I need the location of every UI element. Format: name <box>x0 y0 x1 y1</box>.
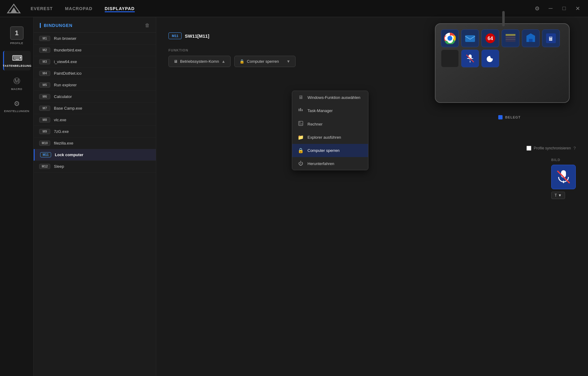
key-badge-m12: M12 <box>39 164 50 169</box>
key-badge-m10: M10 <box>39 141 50 146</box>
binding-name-m2: thunderbird.exe <box>54 48 81 52</box>
dropdown-item-shutdown-label: Herunterfahren <box>307 161 334 166</box>
svg-rect-30 <box>300 124 301 125</box>
key-badge-m1: M1 <box>39 36 50 41</box>
dropdown-item-explorer[interactable]: 📁 Explorer ausführen <box>292 131 368 144</box>
svg-rect-29 <box>299 124 300 125</box>
key-badge-m11: M11 <box>40 152 51 157</box>
profile-sync-checkbox[interactable] <box>526 146 531 151</box>
sidebar-item-tastenbelegung[interactable]: ⌨ TASTENBELEGUNG <box>3 51 31 70</box>
titlebar-actions: ⚙ ─ □ ✕ <box>533 4 582 13</box>
nav-displaypad[interactable]: DISPLAYPAD <box>105 5 135 12</box>
minimize-button[interactable]: ─ <box>546 4 555 13</box>
svg-rect-26 <box>299 123 300 124</box>
key-badge-m5: M5 <box>39 82 50 88</box>
maximize-button[interactable]: □ <box>560 4 568 13</box>
binding-name-m10: filezilla.exe <box>54 141 74 145</box>
bindings-list: M1 Run browser M2 thunderbird.exe M3 i_v… <box>34 33 156 376</box>
settings-icon: ⚙ <box>14 100 20 108</box>
app-logo <box>6 3 21 14</box>
dropdown-item-windows[interactable]: 🖥 Windows-Funktion auswählen <box>292 91 368 104</box>
titlebar-nav: EVEREST MACROPAD DISPLAYPAD <box>31 5 533 12</box>
help-icon[interactable]: ? <box>573 146 576 151</box>
binding-name-m8: vlc.exe <box>54 118 66 122</box>
dropdown-item-lock[interactable]: 🔒 Computer sperren <box>292 144 368 157</box>
device-key-1[interactable] <box>441 29 459 47</box>
svg-rect-23 <box>302 109 303 111</box>
delete-button[interactable]: 🗑 <box>145 23 150 28</box>
sidebar: 1 PROFILE ⌨ TASTENBELEGUNG Ⓜ MACRO ⚙ EIN… <box>0 17 34 376</box>
binding-item-m12[interactable]: M12 Sleep <box>34 161 156 172</box>
key-badge-m9: M9 <box>39 129 50 134</box>
dropdown-item-taskmanager[interactable]: Task-Manager <box>292 104 368 117</box>
device-key-9[interactable] <box>481 50 499 67</box>
funktion-dropdown-1[interactable]: 🖥 Betriebssystem-Komn ▲ <box>168 56 231 67</box>
binding-item-m5[interactable]: M5 Run explorer <box>34 79 156 91</box>
profile-number: 1 <box>10 26 24 40</box>
svg-rect-4 <box>465 35 475 42</box>
settings-button[interactable]: ⚙ <box>533 4 541 13</box>
content: BINDUNGEN 🗑 M1 Run browser M2 thunderbir… <box>34 17 588 376</box>
device-key-4[interactable] <box>502 29 519 47</box>
binding-item-m6[interactable]: M6 Calculator <box>34 91 156 103</box>
binding-item-m11[interactable]: M11 Lock computer <box>34 149 156 161</box>
sidebar-item-macro[interactable]: Ⓜ MACRO <box>3 73 31 94</box>
belegt-row: BELEGT <box>498 115 521 119</box>
binding-item-m4[interactable]: M4 PaintDotNet.ico <box>34 68 156 79</box>
device-cable <box>502 11 505 26</box>
device-key-2[interactable] <box>461 29 479 47</box>
svg-text:🖩: 🖩 <box>548 36 554 42</box>
dropdown-item-rechner[interactable]: Rechner <box>292 117 368 131</box>
sidebar-item-einstellungen[interactable]: ⚙ EINSTELLUNGEN <box>3 97 31 116</box>
svg-rect-28 <box>302 123 302 124</box>
bild-type-button[interactable]: T ▼ <box>551 192 565 199</box>
dropdown-item-windows-label: Windows-Funktion auswählen <box>307 95 360 100</box>
svg-rect-22 <box>300 108 301 111</box>
bindings-header: BINDUNGEN 🗑 <box>34 17 156 33</box>
funktion-dropdown-2[interactable]: 🔒 Computer sperren ▼ <box>234 56 296 67</box>
device-key-8[interactable] <box>461 50 479 67</box>
nav-everest[interactable]: EVEREST <box>31 5 53 12</box>
dropdown-menu: 🖥 Windows-Funktion auswählen Task-Manage… <box>292 91 368 170</box>
dropdown-item-taskmanager-label: Task-Manager <box>307 108 333 113</box>
binding-name-m7: Base Camp.exe <box>54 106 82 111</box>
dropdown-item-shutdown[interactable]: ⏻ Herunterfahren <box>292 157 368 170</box>
device-key-7[interactable] <box>441 50 459 67</box>
svg-rect-27 <box>300 123 301 124</box>
binding-name-m5: Run explorer <box>54 83 77 87</box>
binding-item-m1[interactable]: M1 Run browser <box>34 33 156 44</box>
belegt-label: BELEGT <box>505 115 521 119</box>
binding-item-m9[interactable]: M9 7zG.exe <box>34 126 156 137</box>
nav-macropad[interactable]: MACROPAD <box>65 5 92 12</box>
binding-name-m12: Sleep <box>54 164 64 169</box>
sidebar-item-profile[interactable]: 1 PROFILE <box>3 23 31 48</box>
bild-label: BILD <box>551 158 576 162</box>
titlebar: EVEREST MACROPAD DISPLAYPAD ⚙ ─ □ ✕ <box>0 0 588 17</box>
binding-name-m1: Run browser <box>54 36 77 41</box>
key-indicator-name: SW11[M11] <box>185 33 209 39</box>
close-button[interactable]: ✕ <box>573 4 582 13</box>
bild-type-label: T <box>555 193 557 197</box>
device-body: 64 <box>435 23 570 103</box>
lock-menu-icon: 🔒 <box>298 148 304 153</box>
binding-item-m3[interactable]: M3 i_view64.exe <box>34 56 156 68</box>
binding-item-m10[interactable]: M10 filezilla.exe <box>34 137 156 149</box>
funktion-dropdown-2-label: Computer sperren <box>247 59 279 64</box>
bild-preview <box>551 165 576 189</box>
dropdown-item-explorer-label: Explorer ausführen <box>307 135 341 140</box>
macro-icon: Ⓜ <box>13 77 20 86</box>
device-key-3[interactable]: 64 <box>481 29 499 47</box>
bindings-title: BINDUNGEN <box>40 23 73 28</box>
binding-item-m7[interactable]: M7 Base Camp.exe <box>34 103 156 114</box>
key-badge-m6: M6 <box>39 94 50 99</box>
detail-area: 64 <box>156 17 588 376</box>
main-layout: 1 PROFILE ⌨ TASTENBELEGUNG Ⓜ MACRO ⚙ EIN… <box>0 17 588 376</box>
rechner-icon <box>298 121 304 127</box>
device-key-6[interactable]: 🖩 <box>542 29 560 47</box>
binding-item-m2[interactable]: M2 thunderbird.exe <box>34 44 156 56</box>
device-key-5[interactable] <box>522 29 540 47</box>
svg-rect-25 <box>299 122 300 122</box>
binding-item-m8[interactable]: M8 vlc.exe <box>34 114 156 126</box>
explorer-icon: 📁 <box>298 134 304 140</box>
key-badge-m3: M3 <box>39 59 50 64</box>
